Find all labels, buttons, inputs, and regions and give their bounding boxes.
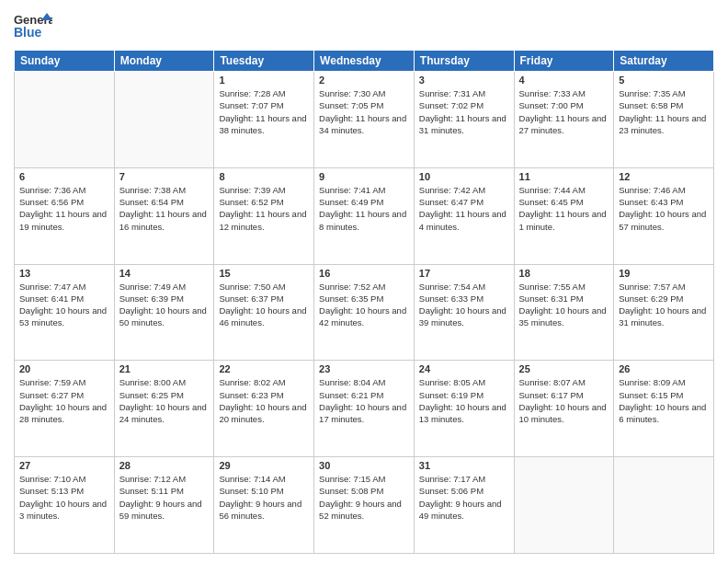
day-info: Sunrise: 7:17 AM Sunset: 5:06 PM Dayligh… [419,473,509,522]
header: General Blue [14,9,714,42]
day-info: Sunrise: 8:04 AM Sunset: 6:21 PM Dayligh… [319,376,409,425]
calendar-day-20: 20Sunrise: 7:59 AM Sunset: 6:27 PM Dayli… [15,361,115,457]
weekday-header-row: SundayMondayTuesdayWednesdayThursdayFrid… [15,51,714,72]
day-number: 26 [619,363,709,374]
calendar-table: SundayMondayTuesdayWednesdayThursdayFrid… [14,50,714,554]
calendar-day-7: 7Sunrise: 7:38 AM Sunset: 6:54 PM Daylig… [114,167,214,264]
calendar-day-25: 25Sunrise: 8:07 AM Sunset: 6:17 PM Dayli… [514,361,614,457]
calendar-week-row: 1Sunrise: 7:28 AM Sunset: 7:07 PM Daylig… [15,72,714,168]
calendar-day-22: 22Sunrise: 8:02 AM Sunset: 6:23 PM Dayli… [214,361,314,457]
day-number: 1 [219,75,309,86]
day-info: Sunrise: 7:44 AM Sunset: 6:45 PM Dayligh… [519,184,609,233]
weekday-header-monday: Monday [114,51,214,72]
calendar-empty-cell [114,72,214,168]
calendar-day-9: 9Sunrise: 7:41 AM Sunset: 6:49 PM Daylig… [314,167,415,264]
calendar-week-row: 27Sunrise: 7:10 AM Sunset: 5:13 PM Dayli… [15,457,714,554]
day-info: Sunrise: 7:54 AM Sunset: 6:33 PM Dayligh… [419,281,509,329]
calendar-day-21: 21Sunrise: 8:00 AM Sunset: 6:25 PM Dayli… [114,361,214,457]
weekday-header-friday: Friday [514,51,614,72]
calendar-day-16: 16Sunrise: 7:52 AM Sunset: 6:35 PM Dayli… [314,264,415,361]
day-info: Sunrise: 7:14 AM Sunset: 5:10 PM Dayligh… [219,473,309,522]
day-info: Sunrise: 7:52 AM Sunset: 6:35 PM Dayligh… [319,281,409,329]
day-number: 27 [19,460,109,471]
calendar-day-31: 31Sunrise: 7:17 AM Sunset: 5:06 PM Dayli… [414,457,514,554]
day-info: Sunrise: 7:33 AM Sunset: 7:00 PM Dayligh… [519,87,609,136]
calendar-day-5: 5Sunrise: 7:35 AM Sunset: 6:58 PM Daylig… [614,72,714,168]
calendar-week-row: 13Sunrise: 7:47 AM Sunset: 6:41 PM Dayli… [15,264,714,361]
calendar-day-8: 8Sunrise: 7:39 AM Sunset: 6:52 PM Daylig… [214,167,314,264]
calendar-day-28: 28Sunrise: 7:12 AM Sunset: 5:11 PM Dayli… [114,457,214,554]
weekday-header-sunday: Sunday [15,51,115,72]
calendar-day-13: 13Sunrise: 7:47 AM Sunset: 6:41 PM Dayli… [15,264,115,361]
calendar-day-30: 30Sunrise: 7:15 AM Sunset: 5:08 PM Dayli… [314,457,415,554]
day-info: Sunrise: 7:31 AM Sunset: 7:02 PM Dayligh… [419,87,509,136]
calendar-day-24: 24Sunrise: 8:05 AM Sunset: 6:19 PM Dayli… [414,361,514,457]
day-info: Sunrise: 7:59 AM Sunset: 6:27 PM Dayligh… [19,376,109,425]
calendar-day-26: 26Sunrise: 8:09 AM Sunset: 6:15 PM Dayli… [614,361,714,457]
day-info: Sunrise: 7:35 AM Sunset: 6:58 PM Dayligh… [619,87,709,136]
weekday-header-wednesday: Wednesday [314,51,415,72]
day-number: 31 [419,460,509,471]
day-info: Sunrise: 7:55 AM Sunset: 6:31 PM Dayligh… [519,281,609,329]
calendar-day-23: 23Sunrise: 8:04 AM Sunset: 6:21 PM Dayli… [314,361,415,457]
day-info: Sunrise: 7:30 AM Sunset: 7:05 PM Dayligh… [319,87,409,136]
day-number: 8 [219,171,309,182]
day-number: 12 [619,171,709,182]
calendar-day-19: 19Sunrise: 7:57 AM Sunset: 6:29 PM Dayli… [614,264,714,361]
day-number: 4 [519,75,609,86]
calendar-day-3: 3Sunrise: 7:31 AM Sunset: 7:02 PM Daylig… [414,72,514,168]
day-number: 28 [119,460,210,471]
day-number: 20 [19,363,109,374]
day-info: Sunrise: 7:57 AM Sunset: 6:29 PM Dayligh… [619,281,709,329]
page: General Blue SundayMondayTuesdayWednesda… [0,0,728,563]
day-info: Sunrise: 7:28 AM Sunset: 7:07 PM Dayligh… [219,87,309,136]
svg-text:Blue: Blue [14,25,42,40]
day-number: 2 [319,75,409,86]
logo-svg: General Blue [14,9,52,42]
calendar-day-1: 1Sunrise: 7:28 AM Sunset: 7:07 PM Daylig… [214,72,314,168]
day-info: Sunrise: 7:46 AM Sunset: 6:43 PM Dayligh… [619,184,709,233]
calendar-day-18: 18Sunrise: 7:55 AM Sunset: 6:31 PM Dayli… [514,264,614,361]
day-number: 30 [319,460,409,471]
calendar-empty-cell [614,457,714,554]
day-info: Sunrise: 8:02 AM Sunset: 6:23 PM Dayligh… [219,376,309,425]
day-info: Sunrise: 7:38 AM Sunset: 6:54 PM Dayligh… [119,184,210,233]
day-number: 15 [219,268,309,279]
day-number: 16 [319,268,409,279]
day-info: Sunrise: 7:12 AM Sunset: 5:11 PM Dayligh… [119,473,210,522]
day-number: 9 [319,171,409,182]
day-number: 7 [119,171,210,182]
day-number: 25 [519,363,609,374]
day-info: Sunrise: 7:36 AM Sunset: 6:56 PM Dayligh… [19,184,109,233]
calendar-day-12: 12Sunrise: 7:46 AM Sunset: 6:43 PM Dayli… [614,167,714,264]
day-number: 23 [319,363,409,374]
day-number: 29 [219,460,309,471]
day-number: 10 [419,171,509,182]
calendar-empty-cell [15,72,115,168]
day-number: 18 [519,268,609,279]
day-info: Sunrise: 8:05 AM Sunset: 6:19 PM Dayligh… [419,376,509,425]
day-number: 19 [619,268,709,279]
day-number: 13 [19,268,109,279]
calendar-day-27: 27Sunrise: 7:10 AM Sunset: 5:13 PM Dayli… [15,457,115,554]
day-info: Sunrise: 7:50 AM Sunset: 6:37 PM Dayligh… [219,281,309,329]
calendar-week-row: 20Sunrise: 7:59 AM Sunset: 6:27 PM Dayli… [15,361,714,457]
calendar-day-29: 29Sunrise: 7:14 AM Sunset: 5:10 PM Dayli… [214,457,314,554]
calendar-day-14: 14Sunrise: 7:49 AM Sunset: 6:39 PM Dayli… [114,264,214,361]
calendar-day-2: 2Sunrise: 7:30 AM Sunset: 7:05 PM Daylig… [314,72,415,168]
day-number: 24 [419,363,509,374]
calendar-day-15: 15Sunrise: 7:50 AM Sunset: 6:37 PM Dayli… [214,264,314,361]
calendar-empty-cell [514,457,614,554]
calendar-day-17: 17Sunrise: 7:54 AM Sunset: 6:33 PM Dayli… [414,264,514,361]
day-info: Sunrise: 8:09 AM Sunset: 6:15 PM Dayligh… [619,376,709,425]
day-info: Sunrise: 7:47 AM Sunset: 6:41 PM Dayligh… [19,281,109,329]
day-number: 3 [419,75,509,86]
logo: General Blue [14,9,52,42]
calendar-day-11: 11Sunrise: 7:44 AM Sunset: 6:45 PM Dayli… [514,167,614,264]
day-info: Sunrise: 8:07 AM Sunset: 6:17 PM Dayligh… [519,376,609,425]
day-number: 22 [219,363,309,374]
day-number: 21 [119,363,210,374]
day-info: Sunrise: 7:42 AM Sunset: 6:47 PM Dayligh… [419,184,509,233]
day-number: 5 [619,75,709,86]
weekday-header-saturday: Saturday [614,51,714,72]
